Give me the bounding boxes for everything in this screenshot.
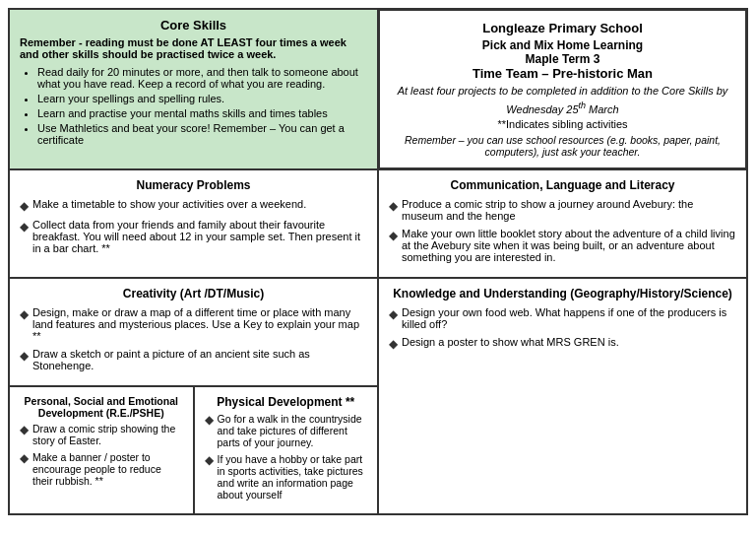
knowledge-section: Knowledge and Understanding (Geography/H… [378, 278, 747, 514]
communication-item-2: ◆ Make your own little booklet story abo… [389, 228, 736, 263]
knowledge-item-text: Design your own food web. What happens i… [402, 306, 736, 330]
personal-item-2: ◆ Make a banner / poster to encourage pe… [20, 451, 183, 487]
creativity-section: Creativity (Art /DT/Music) ◆ Design, mak… [9, 278, 378, 386]
creativity-item-text: Design, make or draw a map of a differen… [32, 306, 367, 342]
communication-item-1: ◆ Produce a comic strip to show a journe… [389, 198, 736, 222]
school-name: Longleaze Primary School [390, 21, 735, 35]
diamond-icon: ◆ [205, 453, 214, 467]
core-skills-list: Read daily for 20 minutes or more, and t… [20, 66, 367, 146]
communication-item-text: Make your own little booklet story about… [402, 228, 736, 263]
personal-section: Personal, Social and Emotional Developme… [9, 386, 194, 514]
knowledge-item-2: ◆ Design a poster to show what MRS GREN … [389, 336, 736, 351]
communication-item-text: Produce a comic strip to show a journey … [402, 198, 736, 222]
core-skills-section: Core Skills Remember - reading must be d… [9, 9, 378, 169]
list-item: Read daily for 20 minutes or more, and t… [37, 66, 367, 90]
physical-section: Physical Development ** ◆ Go for a walk … [194, 386, 379, 514]
list-item: Learn your spellings and spelling rules. [37, 93, 367, 104]
subtitle2: Maple Term 3 [390, 52, 735, 66]
school-header-section: Longleaze Primary School Pick and Mix Ho… [378, 9, 747, 169]
numeracy-item-text: Collect data from your friends and famil… [32, 219, 367, 254]
numeracy-item-text: Make a timetable to show your activities… [32, 198, 306, 210]
list-item: Use Mathletics and beat your score! Reme… [37, 122, 367, 146]
numeracy-item-2: ◆ Collect data from your friends and fam… [20, 219, 367, 254]
diamond-icon: ◆ [389, 229, 398, 242]
physical-title: Physical Development ** [205, 395, 368, 409]
physical-item-2: ◆ If you have a hobby or take part in sp… [205, 453, 368, 501]
knowledge-title: Knowledge and Understanding (Geography/H… [389, 287, 736, 301]
creativity-item-text: Draw a sketch or paint a picture of an a… [32, 348, 367, 371]
core-skills-intro: Remember - reading must be done AT LEAST… [20, 36, 367, 60]
reminder-text: Remember – you can use school resources … [390, 134, 735, 158]
list-item: Learn and practise your mental maths ski… [37, 107, 367, 119]
personal-item-text: Draw a comic strip showing the story of … [32, 423, 183, 446]
subtitle3: Time Team – Pre-historic Man [390, 66, 735, 81]
date-month: March [586, 103, 619, 115]
date-suffix: th [579, 100, 587, 110]
diamond-icon: ◆ [20, 423, 29, 436]
physical-item-text: Go for a walk in the countryside and tak… [218, 413, 368, 448]
diamond-icon: ◆ [20, 451, 29, 465]
numeracy-section: Numeracy Problems ◆ Make a timetable to … [9, 169, 378, 278]
creativity-item-1: ◆ Design, make or draw a map of a differ… [20, 306, 367, 342]
personal-title: Personal, Social and Emotional Developme… [20, 395, 183, 419]
date-text: Wednesday 25 [506, 103, 578, 115]
diamond-icon: ◆ [20, 199, 29, 213]
personal-item-text: Make a banner / poster to encourage peop… [32, 451, 183, 487]
physical-item-1: ◆ Go for a walk in the countryside and t… [205, 413, 368, 448]
diamond-icon: ◆ [20, 349, 29, 363]
core-skills-title: Core Skills [20, 18, 367, 33]
subtitle1: Pick and Mix Home Learning [390, 38, 735, 52]
numeracy-title: Numeracy Problems [20, 178, 367, 192]
physical-item-text: If you have a hobby or take part in spor… [218, 453, 368, 501]
communication-title: Communication, Language and Literacy [389, 178, 736, 192]
diamond-icon: ◆ [20, 307, 29, 321]
asterisk-note: **Indicates sibling activities [390, 118, 735, 130]
date-line: Wednesday 25th March [390, 100, 735, 115]
knowledge-item-text: Design a poster to show what MRS GREN is… [402, 336, 619, 348]
personal-item-1: ◆ Draw a comic strip showing the story o… [20, 423, 183, 446]
diamond-icon: ◆ [205, 413, 214, 427]
knowledge-item-1: ◆ Design your own food web. What happens… [389, 306, 736, 330]
creativity-title: Creativity (Art /DT/Music) [20, 287, 367, 301]
numeracy-item-1: ◆ Make a timetable to show your activiti… [20, 198, 367, 213]
diamond-icon: ◆ [389, 337, 398, 351]
diamond-icon: ◆ [389, 199, 398, 213]
diamond-icon: ◆ [389, 307, 398, 321]
communication-section: Communication, Language and Literacy ◆ P… [378, 169, 747, 278]
description: At least four projects to be completed i… [390, 85, 735, 97]
bottom-row: Personal, Social and Emotional Developme… [9, 386, 378, 514]
creativity-item-2: ◆ Draw a sketch or paint a picture of an… [20, 348, 367, 371]
main-grid: Core Skills Remember - reading must be d… [8, 8, 748, 515]
diamond-icon: ◆ [20, 220, 29, 234]
